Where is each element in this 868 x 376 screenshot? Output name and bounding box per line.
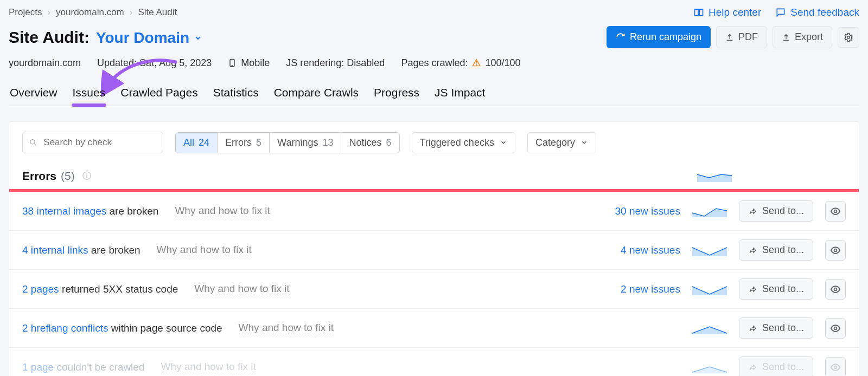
sparkline-icon: [692, 244, 727, 256]
segment-all[interactable]: All 24: [176, 133, 217, 153]
send-to-button[interactable]: Send to...: [739, 356, 813, 376]
send-to-button[interactable]: Send to...: [739, 200, 813, 222]
eye-icon: [830, 284, 841, 295]
tab-issues[interactable]: Issues: [72, 86, 107, 99]
eye-button[interactable]: [825, 357, 846, 377]
issue-text: within page source code: [108, 322, 222, 334]
issue-text: are broken: [106, 205, 158, 217]
share-arrow-icon: [748, 207, 757, 216]
eye-button[interactable]: [825, 240, 846, 261]
issue-link[interactable]: 1 page: [22, 361, 54, 373]
category-dropdown[interactable]: Category: [527, 132, 596, 153]
rerun-campaign-button[interactable]: Rerun campaign: [607, 26, 711, 48]
issue-row: 4 internal links are broken Why and how …: [9, 231, 859, 270]
breadcrumb-item[interactable]: Projects: [9, 7, 42, 18]
send-to-label: Send to...: [762, 361, 804, 373]
segment-all-label: All: [183, 137, 194, 148]
why-fix-link[interactable]: Why and how to fix it: [239, 322, 334, 334]
new-issues-link[interactable]: 30 new issues: [615, 205, 680, 217]
help-center-label: Help center: [709, 7, 761, 18]
chevron-down-icon: [580, 139, 588, 146]
issue-link[interactable]: 2 hreflang conflicts: [22, 322, 108, 334]
svg-point-5: [834, 288, 837, 290]
segment-notices[interactable]: Notices 6: [341, 133, 399, 153]
meta-domain: yourdomain.com: [9, 57, 81, 69]
send-to-button[interactable]: Send to...: [739, 317, 813, 339]
tab-statistics[interactable]: Statistics: [212, 86, 260, 99]
upload-icon: [782, 33, 790, 42]
meta-updated: Updated: Sat, Aug 5, 2023: [97, 57, 212, 69]
issues-panel: All 24 Errors 5 Warnings 13 Notices 6 Tr…: [9, 121, 859, 376]
pdf-button[interactable]: PDF: [716, 26, 767, 48]
mobile-icon: [228, 57, 237, 68]
segment-notices-label: Notices: [349, 137, 381, 148]
send-to-button[interactable]: Send to...: [739, 239, 813, 261]
segment-warnings[interactable]: Warnings 13: [269, 133, 341, 153]
triggered-checks-label: Triggered checks: [420, 137, 494, 148]
help-center-link[interactable]: Help center: [693, 7, 761, 18]
issue-link[interactable]: 4 internal links: [22, 244, 88, 256]
triggered-checks-dropdown[interactable]: Triggered checks: [412, 132, 515, 153]
why-fix-link[interactable]: Why and how to fix it: [157, 244, 252, 256]
issue-text: are broken: [88, 244, 140, 256]
meta-crawled: Pages crawled: ⚠ 100/100: [401, 57, 520, 69]
svg-point-0: [847, 36, 850, 38]
sparkline-icon: [692, 322, 727, 334]
severity-segment: All 24 Errors 5 Warnings 13 Notices 6: [175, 132, 400, 153]
segment-errors[interactable]: Errors 5: [217, 133, 269, 153]
new-issues-link[interactable]: 4 new issues: [621, 244, 680, 256]
tab-overview[interactable]: Overview: [9, 86, 59, 99]
domain-selector[interactable]: Your Domain: [96, 29, 202, 47]
issue-link[interactable]: 38 internal images: [22, 205, 106, 217]
share-arrow-icon: [748, 246, 757, 255]
breadcrumb-item: Site Audit: [138, 7, 177, 18]
sparkline-icon: [692, 205, 727, 217]
svg-point-7: [834, 366, 837, 368]
breadcrumb-item[interactable]: yourdomain.com: [56, 7, 124, 18]
meta-crawled-value: 100/100: [485, 57, 520, 69]
tab-js-impact[interactable]: JS Impact: [433, 86, 486, 99]
send-to-label: Send to...: [762, 205, 804, 217]
eye-button[interactable]: [825, 201, 846, 222]
settings-button[interactable]: [838, 27, 859, 48]
svg-point-3: [834, 210, 837, 212]
tab-crawled-pages[interactable]: Crawled Pages: [119, 86, 199, 99]
page-title: Site Audit:: [9, 28, 90, 47]
sparkline-icon: [692, 361, 727, 373]
new-issues-link[interactable]: 2 new issues: [621, 283, 680, 295]
meta-mobile: Mobile: [228, 57, 270, 69]
export-button[interactable]: Export: [773, 26, 832, 48]
search-input-wrapper[interactable]: [22, 132, 163, 153]
meta-crawled-label: Pages crawled:: [401, 57, 468, 69]
segment-warnings-label: Warnings: [277, 137, 318, 148]
send-feedback-label: Send feedback: [790, 7, 859, 18]
info-icon[interactable]: ⓘ: [82, 171, 91, 182]
search-icon: [29, 138, 37, 147]
segment-all-count: 24: [199, 137, 209, 148]
warning-triangle-icon: ⚠: [472, 57, 481, 69]
send-to-button[interactable]: Send to...: [739, 278, 813, 300]
eye-button[interactable]: [825, 279, 846, 300]
send-feedback-link[interactable]: Send feedback: [775, 7, 859, 18]
meta-js: JS rendering: Disabled: [286, 57, 385, 69]
issue-link[interactable]: 2 pages: [22, 283, 59, 295]
tab-compare-crawls[interactable]: Compare Crawls: [273, 86, 360, 99]
section-label: Errors: [22, 170, 56, 183]
send-to-label: Send to...: [762, 322, 804, 334]
segment-errors-count: 5: [256, 137, 261, 148]
send-to-label: Send to...: [762, 244, 804, 256]
eye-button[interactable]: [825, 318, 846, 339]
why-fix-link[interactable]: Why and how to fix it: [161, 361, 256, 373]
export-label: Export: [795, 31, 823, 43]
search-input[interactable]: [42, 137, 156, 148]
upload-icon: [725, 33, 734, 42]
breadcrumb: Projects › yourdomain.com › Site Audit: [9, 7, 177, 18]
eye-icon: [830, 323, 841, 334]
chat-icon: [775, 7, 786, 18]
why-fix-link[interactable]: Why and how to fix it: [175, 205, 270, 217]
meta-mobile-label: Mobile: [241, 57, 270, 69]
issue-row: 2 pages returned 5XX status code Why and…: [9, 270, 859, 309]
why-fix-link[interactable]: Why and how to fix it: [194, 283, 289, 295]
eye-icon: [830, 206, 841, 217]
tab-progress[interactable]: Progress: [373, 86, 420, 99]
